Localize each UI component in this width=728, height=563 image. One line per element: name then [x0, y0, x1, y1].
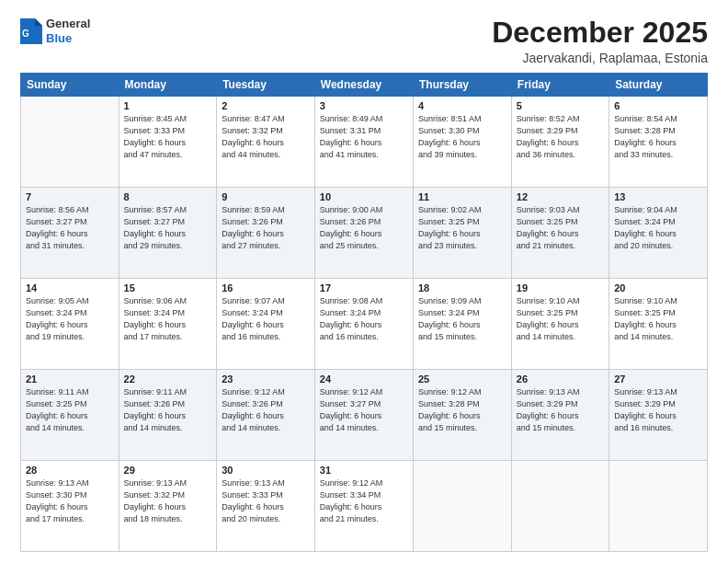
- calendar-cell: 4Sunrise: 8:51 AM Sunset: 3:30 PM Daylig…: [414, 97, 512, 188]
- day-number: 10: [320, 191, 408, 202]
- day-number: 6: [614, 100, 702, 111]
- calendar-cell: 10Sunrise: 9:00 AM Sunset: 3:26 PM Dayli…: [314, 188, 413, 279]
- day-info: Sunrise: 8:57 AM Sunset: 3:27 PM Dayligh…: [124, 204, 212, 252]
- calendar-cell: 22Sunrise: 9:11 AM Sunset: 3:26 PM Dayli…: [119, 370, 217, 461]
- calendar-cell: 26Sunrise: 9:13 AM Sunset: 3:29 PM Dayli…: [511, 370, 609, 461]
- day-info: Sunrise: 9:13 AM Sunset: 3:29 PM Dayligh…: [517, 386, 604, 434]
- day-info: Sunrise: 9:12 AM Sunset: 3:26 PM Dayligh…: [222, 386, 310, 434]
- day-info: Sunrise: 8:45 AM Sunset: 3:33 PM Dayligh…: [124, 113, 212, 161]
- col-header-monday: Monday: [119, 74, 217, 97]
- header: G General Blue December 2025 Jaervakandi…: [20, 17, 708, 65]
- day-info: Sunrise: 9:10 AM Sunset: 3:25 PM Dayligh…: [614, 295, 702, 343]
- calendar-cell: 18Sunrise: 9:09 AM Sunset: 3:24 PM Dayli…: [414, 279, 512, 370]
- day-info: Sunrise: 9:12 AM Sunset: 3:28 PM Dayligh…: [418, 386, 506, 434]
- day-info: Sunrise: 8:51 AM Sunset: 3:30 PM Dayligh…: [418, 113, 506, 161]
- calendar-cell: 28Sunrise: 9:13 AM Sunset: 3:30 PM Dayli…: [21, 461, 119, 552]
- day-info: Sunrise: 9:04 AM Sunset: 3:24 PM Dayligh…: [614, 204, 702, 252]
- calendar-cell: 7Sunrise: 8:56 AM Sunset: 3:27 PM Daylig…: [21, 188, 119, 279]
- logo-icon: G: [20, 18, 42, 44]
- calendar-cell: 6Sunrise: 8:54 AM Sunset: 3:28 PM Daylig…: [609, 97, 708, 188]
- logo: G General Blue: [20, 17, 90, 45]
- day-number: 19: [517, 282, 604, 293]
- col-header-wednesday: Wednesday: [314, 74, 413, 97]
- calendar-cell: 31Sunrise: 9:12 AM Sunset: 3:34 PM Dayli…: [314, 461, 413, 552]
- day-info: Sunrise: 9:13 AM Sunset: 3:33 PM Dayligh…: [222, 477, 310, 525]
- day-info: Sunrise: 9:08 AM Sunset: 3:24 PM Dayligh…: [320, 295, 408, 343]
- day-number: 29: [124, 465, 212, 476]
- calendar-cell: 5Sunrise: 8:52 AM Sunset: 3:29 PM Daylig…: [511, 97, 609, 188]
- day-info: Sunrise: 9:13 AM Sunset: 3:30 PM Dayligh…: [26, 477, 114, 525]
- calendar-cell: 2Sunrise: 8:47 AM Sunset: 3:32 PM Daylig…: [217, 97, 315, 188]
- calendar-week-row: 21Sunrise: 9:11 AM Sunset: 3:25 PM Dayli…: [21, 370, 708, 461]
- day-info: Sunrise: 8:52 AM Sunset: 3:29 PM Dayligh…: [517, 113, 604, 161]
- svg-marker-1: [35, 18, 42, 26]
- calendar-cell: 13Sunrise: 9:04 AM Sunset: 3:24 PM Dayli…: [609, 188, 708, 279]
- calendar-cell: 12Sunrise: 9:03 AM Sunset: 3:25 PM Dayli…: [511, 188, 609, 279]
- title-block: December 2025 Jaervakandi, Raplamaa, Est…: [492, 17, 708, 65]
- day-number: 14: [26, 282, 114, 293]
- day-number: 2: [222, 100, 310, 111]
- col-header-saturday: Saturday: [609, 74, 708, 97]
- day-number: 11: [418, 191, 506, 202]
- calendar-cell: 24Sunrise: 9:12 AM Sunset: 3:27 PM Dayli…: [314, 370, 413, 461]
- day-number: 9: [222, 191, 310, 202]
- calendar-cell: 21Sunrise: 9:11 AM Sunset: 3:25 PM Dayli…: [21, 370, 119, 461]
- day-number: 26: [517, 373, 604, 385]
- day-number: 23: [222, 373, 310, 385]
- day-info: Sunrise: 8:56 AM Sunset: 3:27 PM Dayligh…: [26, 204, 114, 252]
- day-number: 21: [26, 373, 114, 385]
- calendar-cell: 25Sunrise: 9:12 AM Sunset: 3:28 PM Dayli…: [414, 370, 512, 461]
- day-number: 13: [614, 191, 702, 202]
- day-info: Sunrise: 9:09 AM Sunset: 3:24 PM Dayligh…: [418, 295, 506, 343]
- page: G General Blue December 2025 Jaervakandi…: [0, 0, 728, 563]
- svg-text:G: G: [22, 29, 29, 39]
- calendar-cell: 15Sunrise: 9:06 AM Sunset: 3:24 PM Dayli…: [119, 279, 217, 370]
- day-info: Sunrise: 9:13 AM Sunset: 3:29 PM Dayligh…: [614, 386, 702, 434]
- calendar-cell: 14Sunrise: 9:05 AM Sunset: 3:24 PM Dayli…: [21, 279, 119, 370]
- logo-general: General: [46, 17, 90, 31]
- calendar-cell: 9Sunrise: 8:59 AM Sunset: 3:26 PM Daylig…: [217, 188, 315, 279]
- day-info: Sunrise: 8:59 AM Sunset: 3:26 PM Dayligh…: [222, 204, 310, 252]
- day-info: Sunrise: 9:07 AM Sunset: 3:24 PM Dayligh…: [222, 295, 310, 343]
- day-number: 1: [124, 100, 212, 111]
- day-number: 22: [124, 373, 212, 385]
- calendar-cell: 27Sunrise: 9:13 AM Sunset: 3:29 PM Dayli…: [609, 370, 708, 461]
- col-header-tuesday: Tuesday: [217, 74, 315, 97]
- calendar-week-row: 1Sunrise: 8:45 AM Sunset: 3:33 PM Daylig…: [21, 97, 708, 188]
- calendar-cell: [414, 461, 512, 552]
- location-subtitle: Jaervakandi, Raplamaa, Estonia: [492, 51, 708, 65]
- calendar-cell: [609, 461, 708, 552]
- day-info: Sunrise: 9:12 AM Sunset: 3:27 PM Dayligh…: [320, 386, 408, 434]
- calendar-week-row: 14Sunrise: 9:05 AM Sunset: 3:24 PM Dayli…: [21, 279, 708, 370]
- day-info: Sunrise: 9:06 AM Sunset: 3:24 PM Dayligh…: [124, 295, 212, 343]
- calendar-cell: 17Sunrise: 9:08 AM Sunset: 3:24 PM Dayli…: [314, 279, 413, 370]
- day-info: Sunrise: 9:03 AM Sunset: 3:25 PM Dayligh…: [517, 204, 604, 252]
- calendar-cell: [511, 461, 609, 552]
- day-info: Sunrise: 9:10 AM Sunset: 3:25 PM Dayligh…: [517, 295, 604, 343]
- day-number: 28: [26, 465, 114, 476]
- day-info: Sunrise: 9:02 AM Sunset: 3:25 PM Dayligh…: [418, 204, 506, 252]
- calendar-cell: 20Sunrise: 9:10 AM Sunset: 3:25 PM Dayli…: [609, 279, 708, 370]
- calendar-cell: 23Sunrise: 9:12 AM Sunset: 3:26 PM Dayli…: [217, 370, 315, 461]
- day-number: 31: [320, 465, 408, 476]
- day-number: 20: [614, 282, 702, 293]
- day-number: 15: [124, 282, 212, 293]
- col-header-friday: Friday: [511, 74, 609, 97]
- day-number: 27: [614, 373, 702, 385]
- col-header-sunday: Sunday: [21, 74, 119, 97]
- day-info: Sunrise: 8:49 AM Sunset: 3:31 PM Dayligh…: [320, 113, 408, 161]
- day-info: Sunrise: 8:47 AM Sunset: 3:32 PM Dayligh…: [222, 113, 310, 161]
- day-info: Sunrise: 9:11 AM Sunset: 3:25 PM Dayligh…: [26, 386, 114, 434]
- day-number: 3: [320, 100, 408, 111]
- col-header-thursday: Thursday: [414, 74, 512, 97]
- day-number: 17: [320, 282, 408, 293]
- day-number: 18: [418, 282, 506, 293]
- day-info: Sunrise: 9:12 AM Sunset: 3:34 PM Dayligh…: [320, 477, 408, 525]
- month-title: December 2025: [492, 17, 708, 49]
- day-number: 25: [418, 373, 506, 385]
- calendar-cell: 1Sunrise: 8:45 AM Sunset: 3:33 PM Daylig…: [119, 97, 217, 188]
- calendar-header-row: SundayMondayTuesdayWednesdayThursdayFrid…: [21, 74, 708, 97]
- day-number: 4: [418, 100, 506, 111]
- calendar-week-row: 7Sunrise: 8:56 AM Sunset: 3:27 PM Daylig…: [21, 188, 708, 279]
- day-number: 24: [320, 373, 408, 385]
